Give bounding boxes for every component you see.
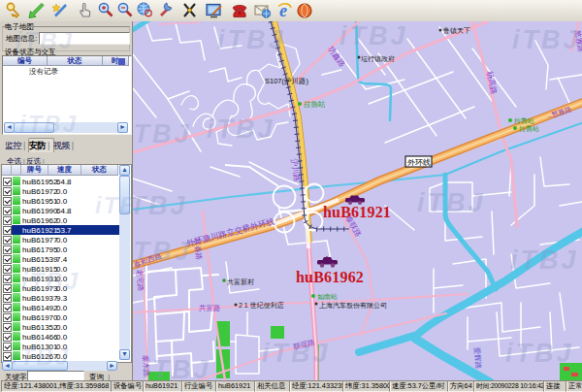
svg-text:拉魯站: 拉魯站: [303, 100, 326, 109]
svg-text:iTBJ: iTBJ: [133, 191, 188, 220]
svg-text:坛行镇政府: 坛行镇政府: [360, 55, 395, 63]
svg-text:huB61962: huB61962: [296, 269, 364, 285]
svg-text:iTBJ: iTBJ: [262, 339, 331, 368]
svg-text:iTBJ: iTBJ: [510, 245, 579, 275]
svg-text:iTBJ: iTBJ: [512, 25, 581, 54]
svg-text:共富路: 共富路: [199, 304, 221, 312]
svg-text:S107(沪川路): S107(沪川路): [265, 77, 309, 85]
svg-text:iTBJ: iTBJ: [340, 21, 408, 50]
svg-text:外环线: 外环线: [407, 158, 431, 167]
svg-text:2 1 世纪便利店: 2 1 世纪便利店: [239, 301, 284, 310]
svg-text:iTBJ: iTBJ: [133, 237, 192, 266]
svg-text:鲁镇天下: 鲁镇天下: [443, 27, 470, 35]
svg-text:如南站: 如南站: [317, 293, 338, 301]
svg-text:huB61921: huB61921: [323, 204, 391, 220]
svg-text:共富新村: 共富新村: [227, 278, 254, 286]
svg-text:拉魯站: 拉魯站: [514, 117, 534, 125]
svg-text:iTBJ: iTBJ: [417, 188, 486, 217]
svg-text:iTBJ: iTBJ: [133, 119, 192, 148]
svg-text:iTBJ: iTBJ: [505, 339, 574, 368]
svg-text:上海汽车股份有限公司: 上海汽车股份有限公司: [319, 302, 387, 310]
svg-text:iTBJ: iTBJ: [143, 355, 211, 380]
svg-text:拉魯站: 拉魯站: [519, 125, 539, 133]
svg-text:iTBJ: iTBJ: [217, 25, 286, 54]
svg-text:iTBJ: iTBJ: [207, 114, 275, 144]
